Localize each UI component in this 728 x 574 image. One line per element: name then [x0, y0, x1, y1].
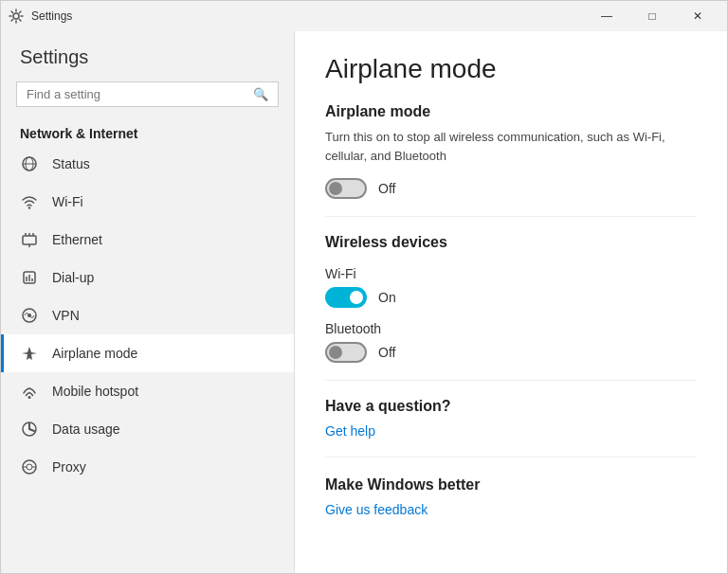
wireless-devices-section: Wireless devices Wi-Fi On Bluetooth Off [325, 234, 697, 363]
vpn-icon [20, 306, 39, 325]
svg-point-0 [13, 13, 19, 19]
svg-point-16 [28, 396, 31, 399]
sidebar-item-vpn[interactable]: VPN [1, 296, 294, 334]
search-input[interactable] [27, 87, 246, 101]
wifi-toggle[interactable] [325, 287, 367, 308]
sidebar-item-proxy[interactable]: Proxy [1, 448, 294, 486]
wifi-icon [20, 192, 39, 211]
airplane-toggle[interactable] [325, 178, 367, 199]
main-content: Airplane mode Airplane mode Turn this on… [295, 31, 727, 573]
airplane-toggle-row: Off [325, 178, 697, 199]
make-better-section: Make Windows better Give us feedback [325, 476, 697, 518]
close-button[interactable]: ✕ [676, 1, 719, 31]
title-bar-controls: — □ ✕ [585, 1, 719, 31]
make-better-title: Make Windows better [325, 476, 697, 493]
page-title: Airplane mode [325, 54, 697, 84]
wifi-item-label: Wi-Fi [325, 266, 697, 281]
svg-point-4 [28, 206, 30, 208]
airplane-section-description: Turn this on to stop all wireless commun… [325, 128, 697, 165]
svg-rect-5 [23, 236, 36, 244]
nav-section-title: Network & Internet [1, 118, 294, 145]
settings-app-icon [9, 9, 24, 24]
title-bar-left: Settings [9, 9, 72, 24]
airplane-toggle-label: Off [378, 181, 395, 196]
settings-window: Settings — □ ✕ Settings 🔍 Network & Inte… [0, 0, 728, 574]
airplane-mode-section: Airplane mode Turn this on to stop all w… [325, 103, 697, 199]
content-area: Settings 🔍 Network & Internet Status [1, 31, 727, 573]
wifi-toggle-row: On [325, 287, 697, 308]
search-box[interactable]: 🔍 [16, 81, 279, 107]
sidebar-label-proxy: Proxy [52, 459, 86, 475]
sidebar-item-hotspot[interactable]: Mobile hotspot [1, 372, 294, 410]
sidebar-label-wifi: Wi-Fi [52, 194, 83, 209]
bluetooth-item-label: Bluetooth [325, 321, 697, 336]
divider-2 [325, 380, 697, 381]
proxy-icon [20, 457, 39, 476]
question-section: Have a question? Get help [325, 398, 697, 439]
question-title: Have a question? [325, 398, 697, 415]
svg-point-15 [27, 314, 31, 317]
ethernet-icon [20, 230, 39, 249]
bluetooth-item: Bluetooth Off [325, 321, 697, 363]
status-icon [20, 154, 39, 173]
svg-point-19 [27, 464, 32, 470]
sidebar-label-datausage: Data usage [52, 422, 120, 437]
divider-3 [325, 457, 697, 457]
sidebar-label-hotspot: Mobile hotspot [52, 384, 138, 399]
sidebar: Settings 🔍 Network & Internet Status [1, 31, 295, 573]
bluetooth-toggle[interactable] [325, 342, 367, 363]
window-title: Settings [31, 9, 72, 23]
wifi-item: Wi-Fi On [325, 266, 697, 308]
bluetooth-toggle-label: Off [378, 345, 395, 360]
airplane-icon [20, 344, 39, 363]
minimize-button[interactable]: — [585, 1, 628, 31]
sidebar-label-airplane: Airplane mode [52, 346, 137, 361]
give-feedback-link[interactable]: Give us feedback [325, 502, 428, 517]
sidebar-header: Settings [1, 31, 294, 78]
divider-1 [325, 216, 697, 217]
sidebar-label-dialup: Dial-up [52, 270, 94, 285]
get-help-link[interactable]: Get help [325, 423, 375, 439]
sidebar-item-status[interactable]: Status [1, 145, 294, 183]
wireless-section-title: Wireless devices [325, 234, 697, 251]
datausage-icon [20, 420, 39, 439]
airplane-section-title: Airplane mode [325, 103, 697, 120]
sidebar-item-dialup[interactable]: Dial-up [1, 259, 294, 296]
sidebar-item-ethernet[interactable]: Ethernet [1, 221, 294, 259]
sidebar-item-wifi[interactable]: Wi-Fi [1, 183, 294, 221]
dialup-icon [20, 268, 39, 287]
sidebar-label-vpn: VPN [52, 308, 80, 323]
maximize-button[interactable]: □ [630, 1, 674, 31]
search-icon[interactable]: 🔍 [253, 87, 268, 101]
bluetooth-toggle-row: Off [325, 342, 697, 363]
hotspot-icon [20, 382, 39, 401]
sidebar-item-datausage[interactable]: Data usage [1, 410, 294, 448]
sidebar-label-ethernet: Ethernet [52, 232, 102, 247]
sidebar-label-status: Status [52, 156, 90, 171]
wifi-toggle-label: On [378, 290, 396, 305]
title-bar: Settings — □ ✕ [1, 1, 727, 31]
sidebar-item-airplane[interactable]: Airplane mode [1, 334, 294, 372]
